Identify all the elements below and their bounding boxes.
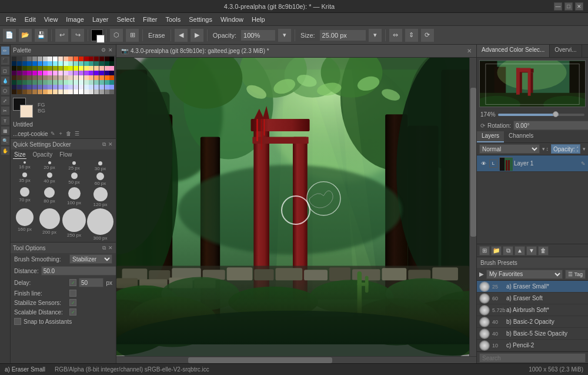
color-cell[interactable] — [89, 80, 93, 85]
color-cell[interactable] — [22, 80, 27, 85]
delay-checkbox[interactable]: ✓ — [69, 279, 76, 286]
selection-tool[interactable]: ⬡ — [1, 86, 10, 95]
brush-size-item[interactable]: 80 px — [38, 187, 61, 207]
color-cell[interactable] — [12, 85, 16, 89]
color-cell[interactable] — [84, 85, 89, 89]
color-cell[interactable] — [48, 71, 52, 75]
tab-size[interactable]: Size — [13, 151, 26, 159]
color-cell[interactable] — [84, 61, 89, 66]
color-cell[interactable] — [94, 80, 99, 85]
color-cell[interactable] — [17, 66, 22, 71]
rotate-btn[interactable]: ⟳ — [420, 28, 435, 42]
tab-opacity[interactable]: Opacity — [31, 151, 54, 159]
color-cell[interactable] — [74, 66, 78, 71]
brush-size-item[interactable]: 50 px — [62, 172, 86, 186]
layer-delete-btn[interactable]: 🗑 — [538, 246, 549, 255]
color-cell[interactable] — [38, 75, 42, 80]
color-cell[interactable] — [105, 80, 109, 85]
color-cell[interactable] — [38, 71, 42, 75]
canvas-viewport[interactable] — [116, 58, 469, 356]
color-cell[interactable] — [99, 80, 104, 85]
brush-grid-btn[interactable]: ⊞ — [125, 28, 139, 42]
color-cell[interactable] — [79, 61, 83, 66]
fg-color-swatch[interactable] — [91, 29, 103, 41]
color-cell[interactable] — [89, 66, 93, 71]
size-input[interactable] — [319, 29, 366, 41]
brush-list-item[interactable]: 5.72ba) Airbrush Soft* — [477, 304, 588, 316]
maximize-button[interactable]: □ — [564, 2, 573, 11]
mirror-v-btn[interactable]: ⇕ — [405, 28, 419, 42]
color-cell[interactable] — [43, 61, 48, 66]
open-button[interactable]: 📂 — [18, 28, 32, 42]
color-cell[interactable] — [58, 57, 63, 61]
brush-size-item[interactable]: 25 px — [62, 161, 86, 171]
color-cell[interactable] — [94, 71, 99, 75]
color-cell[interactable] — [43, 75, 48, 80]
color-cell[interactable] — [53, 80, 58, 85]
tool-options-close-icon[interactable]: ✕ — [108, 244, 113, 252]
color-cell[interactable] — [64, 57, 68, 61]
flow-right-btn[interactable]: ▶ — [190, 28, 204, 42]
color-cell[interactable] — [27, 75, 32, 80]
color-cell[interactable] — [84, 66, 89, 71]
color-cell[interactable] — [27, 85, 32, 89]
layer-opacity-dropdown[interactable]: ▾ — [583, 146, 586, 152]
color-cell[interactable] — [74, 80, 78, 85]
color-cell[interactable] — [48, 80, 52, 85]
color-cell[interactable] — [105, 89, 109, 94]
color-cell[interactable] — [17, 75, 22, 80]
color-cell[interactable] — [99, 61, 104, 66]
text-tool[interactable]: T — [1, 116, 10, 125]
stabilize-sensors-checkbox[interactable]: ✓ — [69, 299, 76, 306]
palette-delete-icon[interactable]: 🗑 — [65, 130, 72, 137]
color-cell[interactable] — [38, 89, 42, 94]
color-cell[interactable] — [17, 61, 22, 66]
brush-list-item[interactable]: 40b) Basic-5 Size Opacity — [477, 328, 588, 340]
color-cell[interactable] — [64, 80, 68, 85]
color-cell[interactable] — [74, 85, 78, 89]
menu-settings[interactable]: Settings — [185, 15, 216, 24]
color-cell[interactable] — [64, 71, 68, 75]
brush-size-item[interactable]: 300 px — [87, 208, 113, 241]
color-cell[interactable] — [43, 66, 48, 71]
redo-button[interactable]: ↪ — [71, 28, 85, 42]
color-cell[interactable] — [58, 75, 63, 80]
color-cell[interactable] — [68, 71, 73, 75]
color-cell[interactable] — [94, 57, 99, 61]
color-cell[interactable] — [64, 66, 68, 71]
color-cell[interactable] — [38, 66, 42, 71]
brush-size-item[interactable]: 30 px — [87, 161, 113, 171]
color-cell[interactable] — [38, 57, 42, 61]
canvas-tab-close[interactable]: ✕ — [467, 48, 472, 54]
quick-settings-float-icon[interactable]: ⧉ — [102, 141, 106, 148]
scrollbar-thumb-v[interactable] — [470, 88, 476, 237]
layer-add-btn[interactable]: ⊞ — [479, 246, 490, 255]
color-cell[interactable] — [99, 71, 104, 75]
color-cell[interactable] — [32, 85, 37, 89]
color-cell[interactable] — [79, 66, 83, 71]
color-cell[interactable] — [43, 71, 48, 75]
color-cell[interactable] — [105, 75, 109, 80]
distance-input[interactable] — [41, 266, 116, 276]
freehand-brush-tool[interactable]: ✏ — [1, 46, 10, 55]
color-cell[interactable] — [68, 80, 73, 85]
color-cell[interactable] — [48, 57, 52, 61]
brush-size-item[interactable]: 60 px — [87, 172, 113, 186]
color-cell[interactable] — [84, 80, 89, 85]
color-cell[interactable] — [99, 89, 104, 94]
color-cell[interactable] — [79, 75, 83, 80]
finish-line-checkbox[interactable] — [69, 290, 76, 297]
color-cell[interactable] — [79, 71, 83, 75]
scalable-distance-checkbox[interactable]: ✓ — [69, 308, 76, 316]
color-cell[interactable] — [84, 89, 89, 94]
brush-size-item[interactable]: 160 px — [13, 208, 36, 241]
color-cell[interactable] — [22, 66, 27, 71]
brush-size-item[interactable]: 35 px — [13, 172, 36, 186]
brush-list-item[interactable]: 60a) Eraser Soft — [477, 293, 588, 304]
color-cell[interactable] — [68, 85, 73, 89]
color-cell[interactable] — [94, 85, 99, 89]
brush-search-input[interactable] — [479, 353, 586, 363]
color-cell[interactable] — [105, 66, 109, 71]
save-button[interactable]: 💾 — [34, 28, 48, 42]
menu-window[interactable]: Window — [217, 15, 247, 24]
